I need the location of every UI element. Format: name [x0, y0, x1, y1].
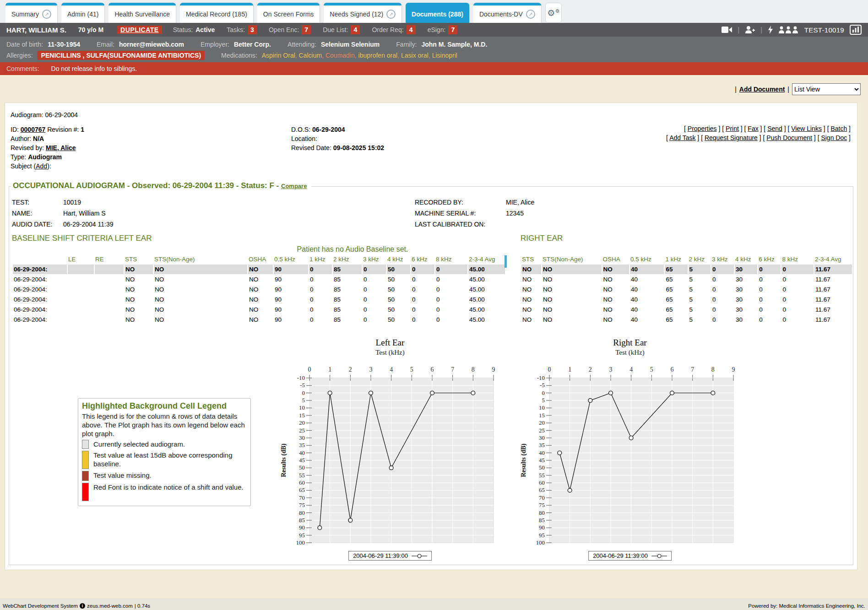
send-link[interactable]: Send	[767, 125, 782, 132]
audiogram-cell: 40	[630, 285, 664, 294]
audiogram-cell: NO	[248, 295, 273, 304]
machine-serial-value: 12345	[506, 210, 524, 217]
tab-health-surveillance[interactable]: Health Surveillance	[108, 3, 176, 23]
view-mode-select[interactable]: List View	[792, 83, 861, 95]
footer-bar: WebChart Development System i zeus.med-w…	[0, 598, 868, 610]
medication-item[interactable]: Lisinopril	[432, 52, 457, 59]
add-person-icon[interactable]	[745, 26, 755, 34]
right-ear-chart: Right EarTest (kHz)0123456789-10-5051015…	[520, 338, 740, 550]
medication-item[interactable]: ibuprofen oral	[358, 52, 398, 59]
footer-server: zeus.med-web.com	[87, 603, 133, 609]
print-link[interactable]: Print	[726, 125, 739, 132]
fax-link[interactable]: Fax	[748, 125, 758, 132]
column-header: 4 kHz	[387, 255, 410, 264]
audiogram-cell: 5	[689, 275, 711, 284]
audiogram-cell: 50	[387, 275, 410, 284]
tab-medical-record-185[interactable]: Medical Record (185)	[180, 3, 253, 23]
compare-link[interactable]: Compare	[281, 183, 307, 189]
settings-button[interactable]: ⚙⚙	[545, 3, 562, 23]
medication-item[interactable]: Aspirin Oral	[262, 52, 295, 59]
svg-text:5: 5	[650, 366, 653, 373]
audiogram-cell	[95, 285, 124, 294]
view-links-link[interactable]: View Links	[791, 125, 822, 132]
esign-count-badge[interactable]: 7	[448, 25, 457, 34]
audiogram-cell: 45.00	[468, 265, 505, 274]
video-call-icon[interactable]	[722, 26, 732, 33]
bracketed-link: [ Send ]	[764, 125, 786, 132]
batch-link[interactable]: Batch	[830, 125, 847, 132]
info-icon[interactable]: i	[80, 603, 85, 609]
audiogram-cell: 65	[665, 285, 687, 294]
tab-summary[interactable]: Summary↗	[5, 3, 57, 23]
lightning-icon[interactable]	[768, 26, 773, 34]
push-document-link[interactable]: Push Document	[766, 134, 812, 141]
svg-text:75: 75	[539, 502, 545, 508]
audiogram-row: 06-29-2004:NONONO900850500045.00	[13, 285, 505, 294]
audiogram-cell: NO	[125, 295, 153, 304]
svg-text:4: 4	[629, 366, 633, 373]
svg-text:1: 1	[328, 366, 331, 373]
document-links-row1: [ Properties ] [ Print ] [ Fax ] [ Send …	[666, 124, 851, 133]
medication-item[interactable]: Lasix oral	[401, 52, 429, 59]
tab-admin-41[interactable]: Admin (41)	[61, 3, 104, 23]
audiogram-cell: 0	[363, 305, 386, 314]
audiogram-cell: 45.00	[468, 285, 505, 294]
recorded-by-value: MIE, Alice	[506, 199, 534, 206]
chart-icon[interactable]	[850, 25, 862, 35]
add-task-link[interactable]: Add Task	[669, 134, 695, 141]
order-req-count-badge[interactable]: 4	[407, 25, 416, 34]
revised-by-link[interactable]: MIE, Alice	[46, 144, 76, 151]
audiogram-cell: 40	[630, 275, 664, 284]
series-marker-icon	[412, 553, 427, 559]
external-link-icon[interactable]: ↗	[526, 10, 535, 19]
column-header: STS	[521, 255, 541, 264]
svg-text:90: 90	[539, 524, 545, 531]
sign-doc-link[interactable]: Sign Doc	[821, 134, 847, 141]
audiogram-cell: NO	[154, 265, 247, 274]
audiogram-heading: OCCUPATIONAL AUDIOGRAM - Observed: 06-29…	[11, 181, 311, 190]
tab-label: On Screen Forms	[263, 11, 314, 18]
audiogram-cell: 0	[781, 265, 814, 274]
column-header: RE	[95, 255, 124, 264]
audiogram-cell: NO	[248, 315, 273, 324]
tab-documents-dv[interactable]: Documents-DV↗	[473, 3, 541, 23]
bracketed-link: [ Print ]	[722, 125, 742, 132]
audiogram-cell: NO	[602, 295, 629, 304]
tab-needs-signed-12[interactable]: Needs Signed (12)↗	[324, 3, 401, 23]
audiogram-cell: 0	[435, 265, 467, 274]
medication-item[interactable]: Calcium	[299, 52, 322, 59]
properties-link[interactable]: Properties	[688, 125, 717, 132]
occupational-audiogram-section: OCCUPATIONAL AUDIOGRAM - Observed: 06-29…	[9, 186, 853, 565]
tasks-label: Tasks:	[227, 26, 245, 33]
request-signature-link[interactable]: Request Signature	[705, 134, 758, 141]
open-enc-count-badge[interactable]: 7	[302, 25, 311, 34]
tab-on-screen-forms[interactable]: On Screen Forms	[257, 3, 320, 23]
bracketed-link: [ Add Task ]	[666, 134, 699, 141]
column-header: 8 kHz	[781, 255, 814, 264]
tab-documents-288[interactable]: Documents (288)	[406, 3, 469, 23]
audiogram-cell: NO	[542, 315, 602, 324]
subject-add-link[interactable]: Add	[36, 162, 47, 170]
audiogram-cell: 0	[758, 295, 781, 304]
audiogram-cell	[95, 275, 124, 284]
status-label: Status:	[173, 26, 193, 33]
audiogram-cell: 30	[735, 285, 757, 294]
tasks-count-badge[interactable]: 3	[248, 25, 257, 34]
external-link-icon[interactable]: ↗	[42, 10, 51, 19]
external-link-icon[interactable]: ↗	[386, 10, 396, 19]
right-ear-heading: RIGHT EAR	[521, 234, 563, 243]
care-team-icon[interactable]	[779, 26, 799, 33]
allergies-badge[interactable]: PENICILLINS , SULFA(SULFONAMIDE ANTIBIOT…	[38, 51, 205, 60]
due-list-count-badge[interactable]: 4	[351, 25, 360, 34]
add-document-link[interactable]: Add Document	[739, 86, 785, 93]
legend-swatch	[82, 440, 89, 449]
document-id-link[interactable]: 0000767	[21, 126, 46, 133]
audiogram-cell: NO	[248, 265, 273, 274]
document-card: Audiogram: 06-29-2004 ID: 0000767 Revisi…	[5, 103, 857, 570]
svg-text:7: 7	[451, 366, 454, 373]
type-value: Audiogram	[28, 153, 62, 161]
medication-item[interactable]: Coumadin	[326, 52, 355, 59]
audiogram-cell: 0	[711, 305, 734, 314]
column-header: STS	[125, 255, 153, 264]
duplicate-badge[interactable]: DUPLICATE	[117, 26, 162, 34]
